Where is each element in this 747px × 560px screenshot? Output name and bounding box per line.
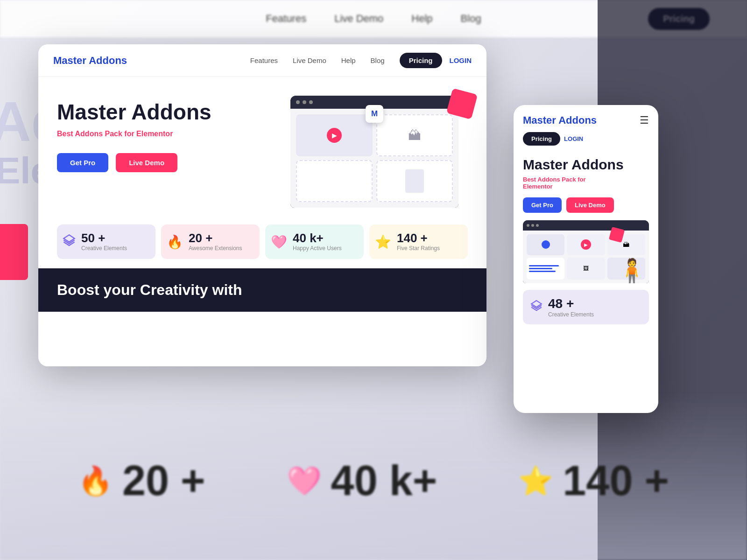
mock-video-widget: ▶ <box>296 114 373 156</box>
mobile-line-1 <box>529 265 559 266</box>
mobile-pricing-button[interactable]: Pricing <box>523 132 560 146</box>
mobile-dot-2 <box>531 224 534 227</box>
mobile-livedemo-button[interactable]: Live Demo <box>566 197 614 213</box>
stat-num-elements: 50 + <box>81 232 127 244</box>
mobile-body: Master Addons Best Addons Pack forElemen… <box>514 153 658 332</box>
card-hero-section: Master Addons Best Addons Pack for Eleme… <box>38 77 486 217</box>
card-nav-help[interactable]: Help <box>341 56 356 64</box>
mock-image-widget: 🏔 <box>376 114 453 156</box>
card-nav-blog[interactable]: Blog <box>371 56 385 64</box>
heart-icon: 🩷 <box>271 234 287 250</box>
m-logo-badge: M <box>366 105 383 123</box>
stats-row: 50 + Creative Elements 🔥 20 + Awesome Ex… <box>38 217 486 268</box>
bg-bottom-stats: 🔥 20 + 🩷 40 k+ ⭐ 140 + <box>0 392 747 560</box>
bg-pink-accent <box>0 224 28 280</box>
mobile-person-figure: 🧍 <box>617 259 647 283</box>
bg-heart-icon: 🩷 <box>287 464 322 497</box>
mobile-stat-num: 48 + <box>548 296 594 311</box>
mobile-mock-lines <box>527 258 564 280</box>
stat-card-ratings: ⭐ 140 + Five Star Ratings <box>369 224 468 259</box>
getpro-button[interactable]: Get Pro <box>57 153 108 172</box>
mobile-stat-card: 48 + Creative Elements <box>523 290 649 324</box>
mobile-mock-video: ▶ <box>567 234 605 255</box>
mobile-logo: Master Addons <box>523 114 640 126</box>
card-pricing-button[interactable]: Pricing <box>400 53 442 68</box>
stat-num-extensions: 20 + <box>189 232 242 244</box>
mobile-subtitle-addons: Addons <box>537 176 560 183</box>
bg-stat-20: 20 + <box>122 460 205 502</box>
card-nav-links: Features Live Demo Help Blog <box>250 56 385 64</box>
card-hero-title: Master Addons <box>57 100 290 124</box>
bg-nav-blog: Blog <box>461 13 481 25</box>
browser-dot-3 <box>309 100 313 104</box>
mobile-card: Master Addons ☰ Pricing LOGIN Master Add… <box>514 105 658 413</box>
bg-nav-features: Features <box>266 13 306 25</box>
hamburger-icon[interactable]: ☰ <box>640 114 649 126</box>
mobile-dot-3 <box>536 224 539 227</box>
mobile-mock-play: ▶ <box>581 239 591 250</box>
stat-card-elements: 50 + Creative Elements <box>57 224 155 259</box>
mobile-dot-1 <box>527 224 529 227</box>
mobile-hero-subtitle: Best Addons Pack forElementor <box>523 176 649 190</box>
mobile-browser-mockup: ▶ 🏔 🖼 🧍 <box>523 220 649 283</box>
bg-stat-140: 140 + <box>563 460 669 502</box>
bg-star-icon: ⭐ <box>518 464 553 497</box>
bg-stat-heart: 🩷 40 k+ <box>287 460 437 502</box>
card-hero-right: M ▶ 🏔 <box>290 96 468 208</box>
mobile-line-3 <box>529 271 556 272</box>
bg-nav-livedemo: Live Demo <box>334 13 383 25</box>
mock-text-widget <box>296 160 373 202</box>
stat-label-elements: Creative Elements <box>81 245 127 252</box>
bg-nav-help: Help <box>411 13 432 25</box>
dark-bottom-text: Boost your Creativity with <box>57 281 242 298</box>
bg-fire-icon: 🔥 <box>78 464 113 497</box>
mock-image-icon: 🏔 <box>408 128 421 143</box>
card-nav-features[interactable]: Features <box>250 56 278 64</box>
main-browser-card: Master Addons Features Live Demo Help Bl… <box>38 44 486 366</box>
mobile-mock-profile <box>527 234 564 255</box>
mock-play-button: ▶ <box>327 128 342 143</box>
bg-stat-fire: 🔥 20 + <box>78 460 205 502</box>
card-btn-row: Get Pro Live Demo <box>57 153 290 172</box>
card-nav-livedemo[interactable]: Live Demo <box>293 56 326 64</box>
star-icon: ⭐ <box>375 234 391 250</box>
mobile-btn-row: Pricing LOGIN <box>514 132 658 153</box>
stat-label-ratings: Five Star Ratings <box>397 245 440 252</box>
mobile-getpro-button[interactable]: Get Pro <box>523 197 562 213</box>
bg-stat-star: ⭐ 140 + <box>518 460 669 502</box>
browser-mockup: M ▶ 🏔 <box>290 96 458 208</box>
stat-label-extensions: Awesome Extensions <box>189 245 242 252</box>
mock-rect-widget <box>376 160 453 202</box>
card-login-link[interactable]: LOGIN <box>450 56 472 64</box>
mobile-layers-icon <box>530 300 543 315</box>
livedemo-button[interactable]: Live Demo <box>116 153 177 172</box>
card-logo: Master Addons <box>53 55 127 67</box>
mobile-browser-bar <box>523 220 649 231</box>
mobile-stat-label: Creative Elements <box>548 311 594 318</box>
dark-bottom-bar: Boost your Creativity with <box>38 268 486 312</box>
mobile-browser-content: ▶ 🏔 🖼 🧍 <box>523 231 649 283</box>
mobile-mock-mountain-icon: 🏔 <box>623 241 629 248</box>
mobile-mock-img-icon: 🖼 <box>583 265 589 272</box>
mobile-line-2 <box>529 268 552 269</box>
mobile-hero-buttons: Get Pro Live Demo <box>523 197 649 213</box>
fire-icon: 🔥 <box>167 234 183 250</box>
subtitle-addons: Addons <box>75 130 103 138</box>
browser-content: M ▶ 🏔 <box>290 109 458 208</box>
mobile-subtitle-part1: Best <box>523 176 537 183</box>
stat-num-ratings: 140 + <box>397 232 440 244</box>
mobile-hero-title: Master Addons <box>523 157 649 172</box>
subtitle-part2: Pack for Elementor <box>103 130 173 138</box>
mobile-mock-image2: 🖼 <box>567 258 605 280</box>
bg-stat-40k: 40 k+ <box>331 460 437 502</box>
subtitle-part1: Best <box>57 130 75 138</box>
card-hero-left: Master Addons Best Addons Pack for Eleme… <box>57 96 290 208</box>
browser-dot-2 <box>303 100 306 104</box>
stat-num-users: 40 k+ <box>293 232 342 244</box>
stat-card-extensions: 🔥 20 + Awesome Extensions <box>161 224 260 259</box>
mobile-navbar: Master Addons ☰ <box>514 105 658 132</box>
stat-label-users: Happy Active Users <box>293 245 342 252</box>
stat-card-users: 🩷 40 k+ Happy Active Users <box>265 224 364 259</box>
mobile-login-link[interactable]: LOGIN <box>564 135 583 142</box>
mock-rect <box>405 169 424 193</box>
